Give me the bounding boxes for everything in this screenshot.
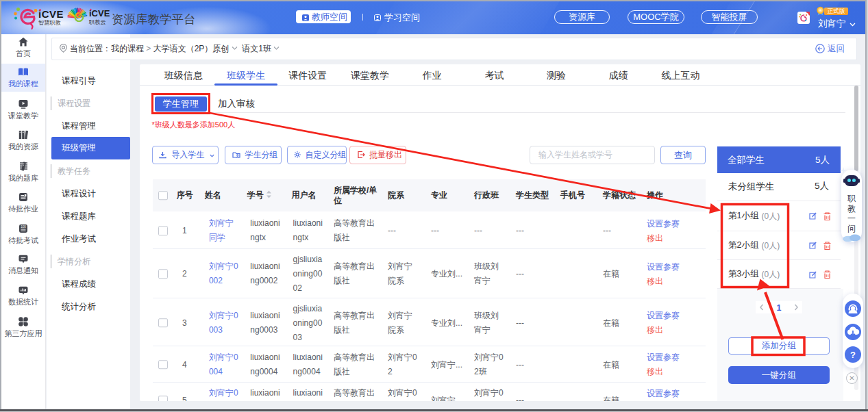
svg-text:?: ? xyxy=(850,350,856,360)
svg-text:★: ★ xyxy=(806,12,808,15)
svg-text:1: 1 xyxy=(776,302,781,312)
svg-text:职教云: 职教云 xyxy=(88,18,106,25)
svg-text:100: 100 xyxy=(21,225,26,229)
svg-text:iCVE: iCVE xyxy=(38,8,64,20)
svg-text:智慧职教: 智慧职教 xyxy=(38,19,62,26)
svg-text:iCVE: iCVE xyxy=(89,8,110,18)
